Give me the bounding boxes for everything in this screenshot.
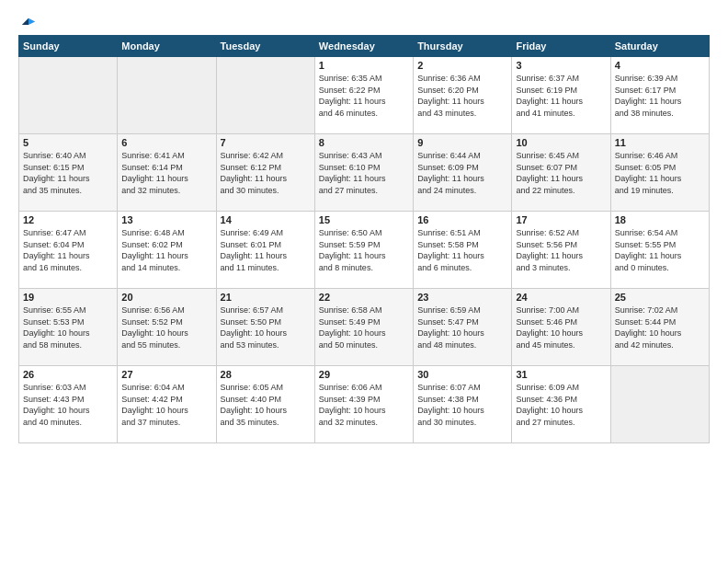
- day-info: Sunrise: 6:46 AM Sunset: 6:05 PM Dayligh…: [615, 150, 705, 196]
- day-info: Sunrise: 6:42 AM Sunset: 6:12 PM Dayligh…: [221, 150, 311, 196]
- logo-flag-icon: [20, 17, 37, 33]
- day-info: Sunrise: 6:07 AM Sunset: 4:38 PM Dayligh…: [417, 382, 507, 428]
- day-header-friday: Friday: [512, 36, 610, 57]
- day-info: Sunrise: 7:02 AM Sunset: 5:44 PM Dayligh…: [615, 304, 705, 350]
- day-number: 20: [121, 292, 211, 303]
- calendar-cell: 5Sunrise: 6:40 AM Sunset: 6:15 PM Daylig…: [19, 134, 118, 212]
- calendar-cell: 12Sunrise: 6:47 AM Sunset: 6:04 PM Dayli…: [19, 212, 118, 289]
- day-info: Sunrise: 6:50 AM Sunset: 5:59 PM Dayligh…: [319, 227, 409, 273]
- day-number: 5: [23, 137, 113, 148]
- day-number: 23: [417, 292, 507, 303]
- calendar-cell: 25Sunrise: 7:02 AM Sunset: 5:44 PM Dayli…: [610, 289, 709, 366]
- calendar-cell: 8Sunrise: 6:43 AM Sunset: 6:10 PM Daylig…: [314, 134, 413, 212]
- day-number: 9: [417, 137, 507, 148]
- day-info: Sunrise: 6:58 AM Sunset: 5:49 PM Dayligh…: [319, 304, 409, 350]
- day-info: Sunrise: 6:37 AM Sunset: 6:19 PM Dayligh…: [516, 73, 606, 119]
- calendar-cell: 10Sunrise: 6:45 AM Sunset: 6:07 PM Dayli…: [512, 134, 610, 212]
- day-number: 15: [319, 214, 409, 225]
- day-number: 25: [615, 292, 705, 303]
- day-info: Sunrise: 6:59 AM Sunset: 5:47 PM Dayligh…: [417, 304, 507, 350]
- calendar-week-row: 26Sunrise: 6:03 AM Sunset: 4:43 PM Dayli…: [19, 366, 710, 443]
- day-info: Sunrise: 6:41 AM Sunset: 6:14 PM Dayligh…: [121, 150, 211, 196]
- logo-text: [18, 17, 37, 33]
- day-number: 27: [121, 369, 211, 380]
- calendar-cell: [216, 57, 314, 134]
- calendar-cell: 11Sunrise: 6:46 AM Sunset: 6:05 PM Dayli…: [610, 134, 709, 212]
- day-info: Sunrise: 6:40 AM Sunset: 6:15 PM Dayligh…: [23, 150, 113, 196]
- calendar-cell: 7Sunrise: 6:42 AM Sunset: 6:12 PM Daylig…: [216, 134, 314, 212]
- calendar-cell: 24Sunrise: 7:00 AM Sunset: 5:46 PM Dayli…: [512, 289, 610, 366]
- logo: [18, 17, 37, 29]
- calendar-week-row: 5Sunrise: 6:40 AM Sunset: 6:15 PM Daylig…: [19, 134, 710, 212]
- calendar-cell: 15Sunrise: 6:50 AM Sunset: 5:59 PM Dayli…: [314, 212, 413, 289]
- calendar-cell: 20Sunrise: 6:56 AM Sunset: 5:52 PM Dayli…: [118, 289, 216, 366]
- day-info: Sunrise: 6:04 AM Sunset: 4:42 PM Dayligh…: [121, 382, 211, 428]
- day-info: Sunrise: 6:47 AM Sunset: 6:04 PM Dayligh…: [23, 227, 113, 273]
- day-info: Sunrise: 6:49 AM Sunset: 6:01 PM Dayligh…: [221, 227, 311, 273]
- calendar-cell: 6Sunrise: 6:41 AM Sunset: 6:14 PM Daylig…: [118, 134, 216, 212]
- calendar-week-row: 1Sunrise: 6:35 AM Sunset: 6:22 PM Daylig…: [19, 57, 710, 134]
- day-info: Sunrise: 6:45 AM Sunset: 6:07 PM Dayligh…: [516, 150, 606, 196]
- day-number: 17: [516, 214, 606, 225]
- calendar-cell: 4Sunrise: 6:39 AM Sunset: 6:17 PM Daylig…: [610, 57, 709, 134]
- day-info: Sunrise: 6:48 AM Sunset: 6:02 PM Dayligh…: [121, 227, 211, 273]
- day-info: Sunrise: 6:55 AM Sunset: 5:53 PM Dayligh…: [23, 304, 113, 350]
- day-header-monday: Monday: [118, 36, 216, 57]
- calendar-cell: 22Sunrise: 6:58 AM Sunset: 5:49 PM Dayli…: [314, 289, 413, 366]
- calendar-cell: 19Sunrise: 6:55 AM Sunset: 5:53 PM Dayli…: [19, 289, 118, 366]
- day-info: Sunrise: 6:56 AM Sunset: 5:52 PM Dayligh…: [121, 304, 211, 350]
- day-number: 26: [23, 369, 113, 380]
- header: [18, 17, 710, 29]
- calendar-table: SundayMondayTuesdayWednesdayThursdayFrid…: [18, 35, 710, 443]
- day-number: 16: [417, 214, 507, 225]
- day-header-thursday: Thursday: [414, 36, 512, 57]
- calendar-cell: [118, 57, 216, 134]
- calendar-cell: 29Sunrise: 6:06 AM Sunset: 4:39 PM Dayli…: [314, 366, 413, 443]
- day-info: Sunrise: 6:03 AM Sunset: 4:43 PM Dayligh…: [23, 382, 113, 428]
- day-number: 6: [121, 137, 211, 148]
- calendar-cell: 1Sunrise: 6:35 AM Sunset: 6:22 PM Daylig…: [314, 57, 413, 134]
- day-info: Sunrise: 6:51 AM Sunset: 5:58 PM Dayligh…: [417, 227, 507, 273]
- calendar-week-row: 12Sunrise: 6:47 AM Sunset: 6:04 PM Dayli…: [19, 212, 710, 289]
- day-number: 1: [319, 60, 409, 71]
- day-number: 22: [319, 292, 409, 303]
- calendar-cell: [610, 366, 709, 443]
- calendar-cell: 21Sunrise: 6:57 AM Sunset: 5:50 PM Dayli…: [216, 289, 314, 366]
- calendar-cell: 27Sunrise: 6:04 AM Sunset: 4:42 PM Dayli…: [118, 366, 216, 443]
- day-number: 14: [221, 214, 311, 225]
- day-info: Sunrise: 6:36 AM Sunset: 6:20 PM Dayligh…: [417, 73, 507, 119]
- day-info: Sunrise: 6:35 AM Sunset: 6:22 PM Dayligh…: [319, 73, 409, 119]
- calendar-cell: 2Sunrise: 6:36 AM Sunset: 6:20 PM Daylig…: [414, 57, 512, 134]
- day-number: 3: [516, 60, 606, 71]
- calendar-cell: 18Sunrise: 6:54 AM Sunset: 5:55 PM Dayli…: [610, 212, 709, 289]
- calendar-cell: 14Sunrise: 6:49 AM Sunset: 6:01 PM Dayli…: [216, 212, 314, 289]
- day-number: 30: [417, 369, 507, 380]
- day-info: Sunrise: 6:57 AM Sunset: 5:50 PM Dayligh…: [221, 304, 311, 350]
- day-info: Sunrise: 6:09 AM Sunset: 4:36 PM Dayligh…: [516, 382, 606, 428]
- day-header-sunday: Sunday: [19, 36, 118, 57]
- calendar-week-row: 19Sunrise: 6:55 AM Sunset: 5:53 PM Dayli…: [19, 289, 710, 366]
- day-info: Sunrise: 7:00 AM Sunset: 5:46 PM Dayligh…: [516, 304, 606, 350]
- day-header-saturday: Saturday: [610, 36, 709, 57]
- day-info: Sunrise: 6:06 AM Sunset: 4:39 PM Dayligh…: [319, 382, 409, 428]
- day-number: 21: [221, 292, 311, 303]
- day-info: Sunrise: 6:52 AM Sunset: 5:56 PM Dayligh…: [516, 227, 606, 273]
- day-number: 12: [23, 214, 113, 225]
- day-number: 31: [516, 369, 606, 380]
- day-number: 13: [121, 214, 211, 225]
- calendar-cell: 3Sunrise: 6:37 AM Sunset: 6:19 PM Daylig…: [512, 57, 610, 134]
- day-number: 7: [221, 137, 311, 148]
- day-number: 8: [319, 137, 409, 148]
- day-number: 19: [23, 292, 113, 303]
- page: SundayMondayTuesdayWednesdayThursdayFrid…: [0, 0, 728, 563]
- calendar-cell: 17Sunrise: 6:52 AM Sunset: 5:56 PM Dayli…: [512, 212, 610, 289]
- day-number: 28: [221, 369, 311, 380]
- day-info: Sunrise: 6:54 AM Sunset: 5:55 PM Dayligh…: [615, 227, 705, 273]
- day-number: 10: [516, 137, 606, 148]
- calendar-cell: 31Sunrise: 6:09 AM Sunset: 4:36 PM Dayli…: [512, 366, 610, 443]
- day-number: 29: [319, 369, 409, 380]
- calendar-cell: 9Sunrise: 6:44 AM Sunset: 6:09 PM Daylig…: [414, 134, 512, 212]
- calendar-cell: 26Sunrise: 6:03 AM Sunset: 4:43 PM Dayli…: [19, 366, 118, 443]
- calendar-header-row: SundayMondayTuesdayWednesdayThursdayFrid…: [19, 36, 710, 57]
- day-info: Sunrise: 6:39 AM Sunset: 6:17 PM Dayligh…: [615, 73, 705, 119]
